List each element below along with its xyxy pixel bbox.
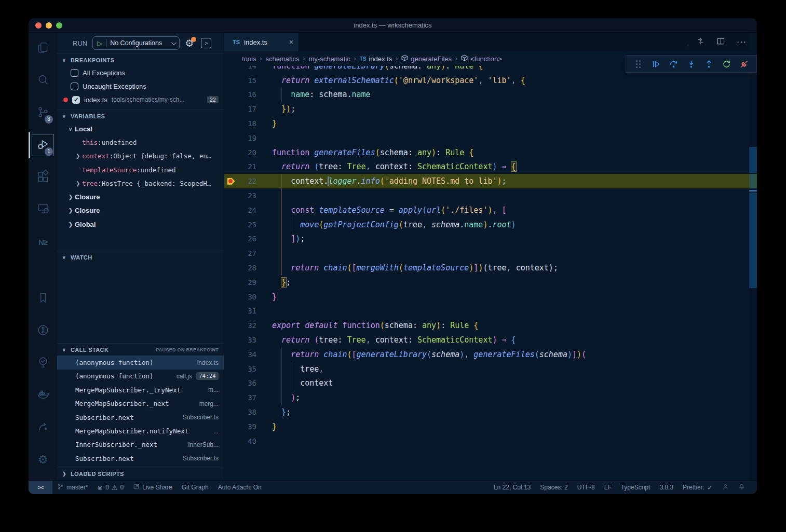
line-number[interactable]: 16	[238, 90, 256, 99]
activity-item-gitlens[interactable]	[29, 315, 57, 347]
status-item-ts-version[interactable]: 3.8.3	[655, 481, 678, 494]
activity-item-run-and-debug[interactable]: 1	[29, 129, 57, 161]
code-line[interactable]: 29 };	[224, 275, 749, 290]
breakpoints-section-header[interactable]: ∨ BREAKPOINTS	[57, 53, 224, 66]
line-number[interactable]: 28	[238, 264, 256, 272]
line-number[interactable]: 23	[238, 192, 256, 200]
line-number[interactable]: 22	[238, 177, 256, 185]
code-line[interactable]: 30}	[224, 290, 749, 304]
line-number[interactable]: 40	[238, 437, 256, 445]
code-line[interactable]: 34 return chain([generateLibrary(schema)…	[224, 347, 749, 362]
line-number[interactable]: 17	[238, 105, 256, 113]
code-line[interactable]: 22 context.logger.info('adding NOTES.md …	[224, 174, 749, 188]
code-line[interactable]: 37 );	[224, 390, 749, 405]
call-stack-frame[interactable]: (anonymous function)index.ts	[57, 356, 224, 369]
code-line[interactable]: 28 return chain([mergeWith(templateSourc…	[224, 261, 749, 275]
status-item-live-share[interactable]: Live Share	[128, 481, 177, 494]
activity-item-explorer[interactable]	[29, 33, 57, 65]
status-item-eol[interactable]: LF	[600, 481, 616, 494]
disconnect-button[interactable]	[738, 57, 751, 71]
activity-item-docker[interactable]	[29, 379, 57, 412]
line-number[interactable]: 38	[238, 408, 256, 416]
status-item-notifications[interactable]	[734, 481, 750, 494]
breadcrumb-item[interactable]: generateFiles	[401, 54, 452, 63]
restart-button[interactable]	[720, 57, 734, 71]
line-number[interactable]: 25	[238, 221, 256, 229]
code-line[interactable]: 31	[224, 304, 749, 319]
breakpoint-checkbox[interactable]	[71, 69, 78, 77]
activity-item-nx-console[interactable]: N≥	[29, 226, 57, 258]
breakpoint-row[interactable]: Uncaught Exceptions	[57, 79, 224, 93]
code-line[interactable]: 24 const templateSource = apply(url('./f…	[224, 203, 749, 217]
code-line[interactable]: 19	[224, 131, 749, 145]
line-number[interactable]: 29	[238, 278, 256, 287]
code-line[interactable]: 15 return externalSchematic('@nrwl/works…	[224, 73, 749, 88]
activity-item-extensions[interactable]	[29, 161, 57, 194]
variable-row[interactable]: ❯tree: HostTree {_backend: ScopedH…	[57, 176, 224, 190]
line-number[interactable]: 39	[238, 422, 256, 431]
code-line[interactable]: 40	[224, 434, 749, 448]
call-stack-frame[interactable]: (anonymous function)call.js74:24	[57, 370, 224, 383]
tab-index-ts[interactable]: TS index.ts ×	[224, 33, 299, 51]
code-line[interactable]: 33 return (tree: Tree, context: Schemati…	[224, 333, 749, 347]
variable-scope-row[interactable]: ❯Closure	[57, 204, 224, 217]
activity-item-source-control[interactable]: 3	[29, 97, 57, 129]
breakpoint-row[interactable]: All Exceptions	[57, 66, 224, 79]
line-number[interactable]: 20	[238, 148, 256, 157]
activity-item-deploy[interactable]	[29, 412, 57, 444]
line-number[interactable]: 31	[238, 307, 256, 315]
editor-action-split-editor-button[interactable]	[716, 37, 725, 48]
call-stack-frame[interactable]: Subscriber.nextSubscriber.ts	[57, 452, 224, 465]
status-item-indentation[interactable]: Spaces: 2	[535, 481, 572, 494]
step-over-button[interactable]	[667, 57, 680, 71]
line-number[interactable]: 35	[238, 365, 256, 373]
watch-section-header[interactable]: ∨ WATCH	[57, 251, 224, 263]
line-number[interactable]: 36	[238, 379, 256, 387]
activity-item-remote-explorer[interactable]	[29, 194, 57, 226]
breadcrumb-item[interactable]: TSindex.ts	[360, 55, 392, 63]
status-item-cursor-position[interactable]: Ln 22, Col 13	[489, 481, 535, 494]
code-line[interactable]: 38 };	[224, 405, 749, 419]
breakpoint-row[interactable]: index.tstools/schematics/my-sch...22	[57, 93, 224, 106]
loaded-scripts-section-header[interactable]: ❯ LOADED SCRIPTS	[57, 468, 224, 480]
code-line[interactable]: 36 context	[224, 376, 749, 391]
launch-config-dropdown[interactable]: ▷ No Configurations	[92, 36, 180, 50]
status-item-remote-indicator[interactable]: ><	[29, 481, 52, 494]
breakpoint-checkbox[interactable]	[71, 83, 78, 90]
overview-ruler-scrollbar[interactable]	[749, 33, 757, 480]
code-line[interactable]: 25 move(getProjectConfig(tree, schema.na…	[224, 217, 749, 232]
line-number[interactable]: 30	[238, 293, 256, 301]
variable-scope-row[interactable]: ❯Global	[57, 217, 224, 231]
status-item-git-graph[interactable]: Git Graph	[177, 481, 213, 494]
continue-button[interactable]	[649, 57, 662, 71]
code-line[interactable]: 23	[224, 188, 749, 203]
editor-action-open-changes-button[interactable]	[696, 37, 705, 48]
variable-row[interactable]: ❯context: Object {debug: false, en…	[57, 149, 224, 163]
line-number[interactable]: 32	[238, 321, 256, 330]
activity-item-search[interactable]	[29, 65, 57, 97]
step-into-button[interactable]	[684, 57, 698, 71]
status-item-git-branch[interactable]: master*	[52, 481, 92, 494]
breadcrumb-item[interactable]: tools	[242, 55, 256, 63]
editor-action-more-actions-button[interactable]: ···	[737, 37, 747, 47]
close-tab-icon[interactable]: ×	[289, 38, 293, 46]
status-item-prettier[interactable]: Prettier:✓	[678, 481, 717, 494]
activity-item-bookmarks[interactable]	[29, 283, 57, 315]
breadcrumb-item[interactable]: schematics	[265, 55, 299, 63]
status-item-problems[interactable]: ⊗0⚠0	[92, 481, 128, 494]
call-stack-frame[interactable]: MergeMapSubscriber._tryNextm...	[57, 383, 224, 397]
code-line[interactable]: 16 name: schema.name	[224, 88, 749, 102]
breadcrumb-item[interactable]: my-schematic	[309, 55, 350, 63]
code-line[interactable]: 18}	[224, 116, 749, 131]
debug-console-button[interactable]: >	[201, 38, 211, 48]
code-line[interactable]: 32export default function(schema: any): …	[224, 318, 749, 333]
status-item-feedback[interactable]	[717, 481, 734, 494]
configure-gear-button[interactable]: ⚙	[185, 38, 194, 48]
code-line[interactable]: 20function generateFiles(schema: any): R…	[224, 145, 749, 160]
variable-scope-row[interactable]: ∨Local	[57, 122, 224, 135]
gutter-breakpoint-area[interactable]	[224, 178, 238, 185]
call-stack-frame[interactable]: MergeMapSubscriber._nextmerg...	[57, 397, 224, 411]
code-line[interactable]: 21 return (tree: Tree, context: Schemati…	[224, 160, 749, 174]
variable-row[interactable]: this: undefined	[57, 135, 224, 149]
breakpoint-checkbox[interactable]	[72, 96, 80, 104]
